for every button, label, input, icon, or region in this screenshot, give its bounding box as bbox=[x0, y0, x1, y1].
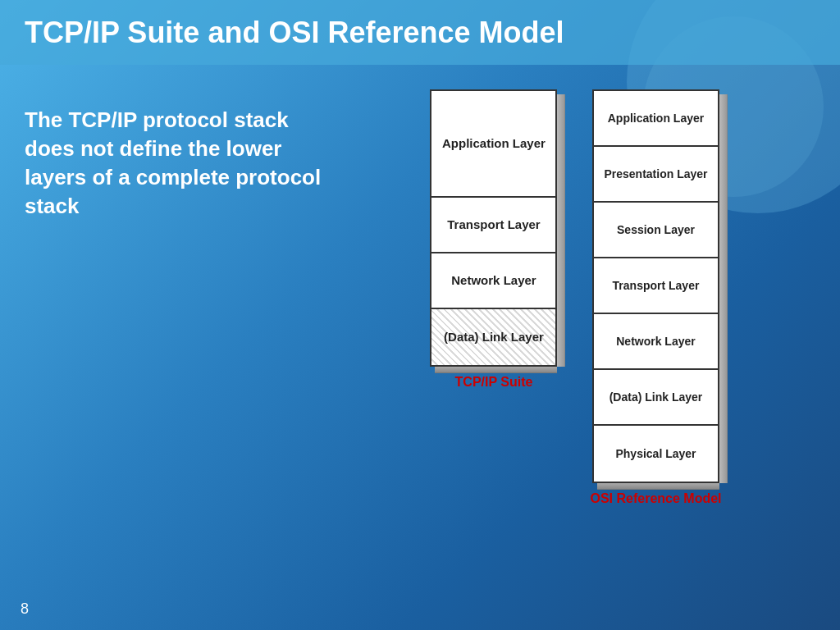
slide: TCP/IP Suite and OSI Reference Model The… bbox=[0, 0, 840, 630]
tcpip-stack-wrapper: Application Layer Transport Layer Networ… bbox=[430, 89, 557, 367]
tcpip-layer-application: Application Layer bbox=[431, 91, 555, 198]
tcpip-layer-network: Network Layer bbox=[431, 253, 555, 309]
osi-layer-physical: Physical Layer bbox=[594, 426, 718, 482]
osi-stack-container: Application Layer Presentation Layer Ses… bbox=[590, 89, 721, 506]
osi-layer-datalink: (Data) Link Layer bbox=[594, 370, 718, 426]
osi-layer-transport: Transport Layer bbox=[594, 258, 718, 314]
page-number: 8 bbox=[21, 600, 29, 618]
tcpip-bottom-shadow bbox=[435, 367, 557, 373]
diagrams-area: Application Layer Transport Layer Networ… bbox=[336, 81, 815, 572]
osi-side-shadow bbox=[719, 94, 728, 483]
tcpip-layer-datalink: (Data) Link Layer bbox=[431, 309, 555, 365]
title-bar: TCP/IP Suite and OSI Reference Model bbox=[0, 0, 840, 65]
osi-stack: Application Layer Presentation Layer Ses… bbox=[592, 89, 719, 483]
tcpip-stack: Application Layer Transport Layer Networ… bbox=[430, 89, 557, 367]
osi-layer-network: Network Layer bbox=[594, 314, 718, 370]
tcpip-side-shadow bbox=[557, 94, 565, 367]
description-text: The TCP/IP protocol stack does not defin… bbox=[25, 106, 336, 221]
tcpip-layer-transport: Transport Layer bbox=[431, 198, 555, 253]
osi-layer-session: Session Layer bbox=[594, 203, 718, 258]
tcpip-label: TCP/IP Suite bbox=[455, 375, 533, 390]
osi-layer-presentation: Presentation Layer bbox=[594, 147, 718, 203]
body-content: The TCP/IP protocol stack does not defin… bbox=[0, 65, 840, 588]
osi-stack-wrapper: Application Layer Presentation Layer Ses… bbox=[592, 89, 719, 483]
tcpip-stack-container: Application Layer Transport Layer Networ… bbox=[430, 89, 557, 390]
left-text-area: The TCP/IP protocol stack does not defin… bbox=[25, 81, 336, 572]
osi-layer-application: Application Layer bbox=[594, 91, 718, 147]
osi-bottom-shadow bbox=[597, 483, 719, 490]
osi-label: OSI Reference Model bbox=[590, 491, 721, 506]
slide-title: TCP/IP Suite and OSI Reference Model bbox=[25, 15, 815, 50]
